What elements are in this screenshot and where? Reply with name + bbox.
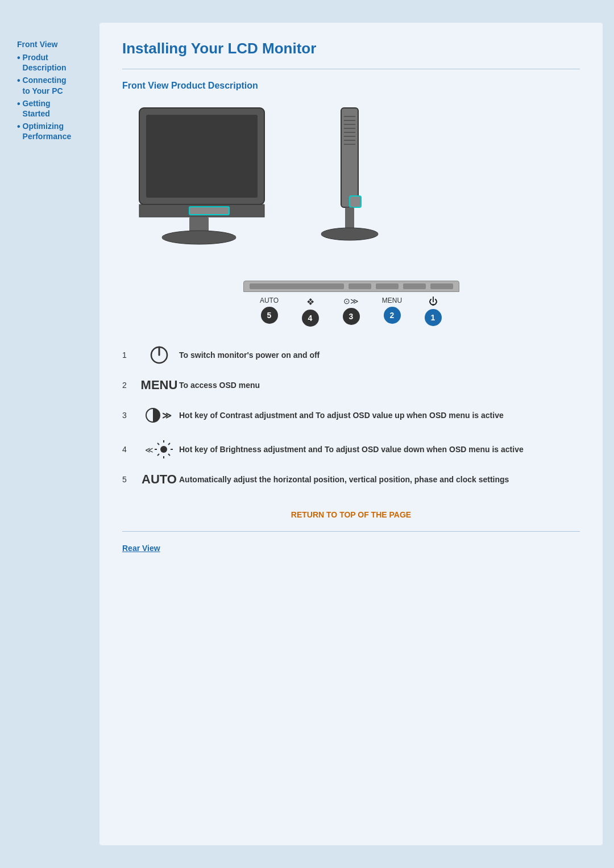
svg-rect-7: [341, 108, 358, 207]
feature-icon-contrast: ≫: [139, 404, 179, 427]
feature-desc-4: Hot key of Brightness adjustment and To …: [179, 445, 580, 454]
sidebar-front-view-link[interactable]: Front View: [17, 40, 99, 49]
svg-rect-3: [189, 207, 229, 215]
sidebar-item-label: OptimizingPerformance: [23, 121, 72, 141]
feature-row-1: 1 To switch monitor's power on and off: [122, 338, 580, 372]
sidebar-item-getting-started[interactable]: • GettingStarted: [17, 98, 99, 119]
sidebar-item-label: GettingStarted: [23, 98, 51, 119]
control-label-brightness: ❖: [306, 297, 314, 307]
feature-desc-2: To access OSD menu: [179, 381, 580, 390]
features-list: 1 To switch monitor's power on and off 2…: [122, 338, 580, 493]
top-divider: [122, 69, 580, 69]
control-label-auto: AUTO: [260, 297, 279, 304]
control-circle-1: 1: [425, 309, 442, 326]
svg-line-31: [168, 454, 170, 456]
control-label-power: ⏻: [429, 297, 438, 307]
svg-line-30: [157, 443, 159, 445]
monitor-front-image: [122, 102, 287, 264]
svg-text:≫: ≫: [162, 411, 172, 420]
svg-text:≪: ≪: [145, 445, 154, 454]
monitor-images: [122, 102, 580, 264]
svg-line-32: [157, 454, 159, 456]
svg-point-25: [160, 446, 167, 453]
svg-line-33: [168, 443, 170, 445]
bottom-divider: [122, 531, 580, 532]
control-label-contrast: ⊙≫: [343, 297, 359, 306]
sidebar-item-connecting[interactable]: • Connectingto Your PC: [17, 75, 99, 95]
sidebar-item-optimizing[interactable]: • OptimizingPerformance: [17, 121, 99, 141]
feature-desc-5: Automatically adjust the horizontal posi…: [179, 475, 580, 484]
auto-label: AUTO: [142, 472, 177, 487]
feature-row-2: 2 MENU To access OSD menu: [122, 372, 580, 398]
feature-num-5: 5: [122, 475, 139, 484]
section-title: Front View Product Description: [122, 81, 580, 91]
feature-num-4: 4: [122, 445, 139, 454]
control-circle-3: 3: [343, 308, 360, 325]
svg-rect-16: [350, 196, 361, 207]
feature-row-5: 5 AUTO Automatically adjust the horizont…: [122, 466, 580, 493]
sidebar-item-label: Connectingto Your PC: [23, 75, 67, 95]
feature-icon-auto: AUTO: [139, 472, 179, 487]
control-label-menu: MENU: [382, 297, 402, 304]
feature-icon-brightness: ≪: [139, 438, 179, 461]
svg-rect-6: [162, 235, 236, 240]
bullet-icon: •: [17, 98, 20, 109]
sidebar-item-label: ProdutDescription: [23, 52, 67, 73]
main-content: Installing Your LCD Monitor Front View P…: [99, 23, 603, 845]
feature-icon-menu: MENU: [139, 378, 179, 393]
feature-row-3: 3 ≫ Hot key of Contrast adjustment and T…: [122, 398, 580, 432]
control-circle-4: 4: [302, 310, 319, 327]
sidebar-item-produt[interactable]: • ProdutDescription: [17, 52, 99, 73]
control-circle-2: 2: [384, 307, 401, 324]
svg-rect-19: [321, 232, 378, 236]
feature-desc-1: To switch monitor's power on and off: [179, 350, 580, 360]
monitor-side-image: [310, 102, 401, 264]
feature-desc-3: Hot key of Contrast adjustment and To ad…: [179, 411, 580, 420]
controls-diagram: AUTO 5 ❖ 4 ⊙≫ 3 MENU 2 ⏻ 1: [232, 281, 471, 327]
feature-num-3: 3: [122, 411, 139, 420]
feature-icon-power: [139, 344, 179, 366]
rear-view-link[interactable]: Rear View: [122, 543, 580, 553]
svg-rect-1: [146, 115, 258, 198]
feature-num-1: 1: [122, 350, 139, 360]
sidebar: Front View • ProdutDescription • Connect…: [11, 23, 99, 845]
return-to-top[interactable]: RETURN TO TOP OF THE PAGE: [122, 510, 580, 520]
return-link-text[interactable]: RETURN TO TOP OF THE PAGE: [291, 510, 411, 519]
page-title: Installing Your LCD Monitor: [122, 40, 580, 57]
svg-rect-17: [345, 207, 354, 230]
menu-label: MENU: [141, 378, 178, 393]
bullet-icon: •: [17, 52, 20, 63]
feature-row-4: 4 ≪ Hot ke: [122, 432, 580, 466]
rear-view-link-text[interactable]: Rear View: [122, 544, 160, 553]
feature-num-2: 2: [122, 381, 139, 390]
control-circle-5: 5: [261, 307, 278, 324]
bullet-icon: •: [17, 121, 20, 132]
bullet-icon: •: [17, 75, 20, 86]
